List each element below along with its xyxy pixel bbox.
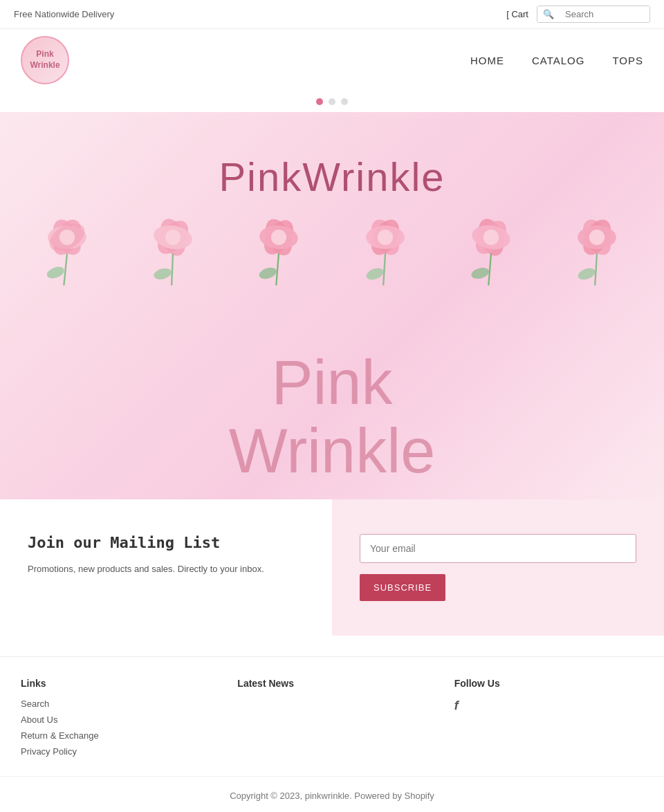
- logo-area: Pink Wrinkle: [21, 36, 69, 84]
- flower-5: [450, 202, 533, 292]
- svg-point-35: [470, 266, 490, 281]
- flower-1: [26, 202, 109, 292]
- mailing-section: Join our Mailing List Promotions, new pr…: [0, 499, 664, 636]
- footer-link-about[interactable]: About Us: [21, 714, 210, 725]
- header: Pink Wrinkle HOME CATALOG TOPS: [0, 29, 664, 91]
- logo: Pink Wrinkle: [21, 36, 69, 84]
- hero-overlay-line2: Wrinkle: [229, 417, 435, 486]
- latest-news-heading: Latest News: [237, 678, 426, 689]
- delivery-text: Free Nationwide Delivery: [14, 9, 114, 19]
- logo-line2: Wrinkle: [30, 60, 59, 71]
- svg-line-13: [172, 253, 173, 285]
- footer-link-privacy[interactable]: Privacy Policy: [21, 746, 210, 757]
- hero-overlay-text: Pink Wrinkle: [229, 349, 435, 486]
- search-icon-button[interactable]: 🔍: [537, 6, 560, 22]
- mailing-description: Promotions, new products and sales. Dire…: [28, 562, 304, 577]
- cart-link[interactable]: [ Cart: [506, 9, 528, 19]
- svg-line-34: [488, 253, 491, 285]
- svg-line-20: [277, 253, 279, 285]
- facebook-link[interactable]: f: [454, 699, 643, 713]
- footer-bottom: Copyright © 2023, pinkwrinkle. Powered b…: [0, 776, 664, 812]
- svg-line-41: [596, 253, 598, 285]
- footer-col-links: Links Search About Us Return & Exchange …: [21, 678, 210, 762]
- dot-3[interactable]: [341, 98, 348, 105]
- copyright-text: Copyright © 2023, pinkwrinkle. Powered b…: [230, 791, 434, 801]
- links-heading: Links: [21, 678, 210, 689]
- svg-point-14: [153, 266, 173, 281]
- svg-point-40: [589, 230, 605, 245]
- svg-point-12: [165, 230, 181, 245]
- svg-point-33: [483, 230, 499, 245]
- svg-point-26: [377, 230, 392, 245]
- search-input[interactable]: [560, 6, 649, 22]
- facebook-icon: f: [454, 699, 459, 712]
- dot-2[interactable]: [329, 98, 335, 105]
- mailing-heading: Join our Mailing List: [28, 534, 304, 551]
- svg-line-6: [64, 253, 67, 285]
- svg-point-19: [271, 230, 286, 245]
- search-wrapper: 🔍: [537, 6, 650, 23]
- nav-item-catalog[interactable]: CATALOG: [532, 55, 584, 66]
- follow-us-heading: Follow Us: [454, 678, 643, 689]
- footer-columns: Links Search About Us Return & Exchange …: [0, 657, 664, 776]
- hero-overlay-line1: Pink: [229, 349, 435, 417]
- hero-title: PinkWrinkle: [219, 154, 445, 200]
- dot-1[interactable]: [316, 98, 323, 105]
- logo-line1: Pink: [36, 49, 53, 60]
- footer-link-return[interactable]: Return & Exchange: [21, 730, 210, 741]
- footer-col-news: Latest News: [237, 678, 426, 762]
- footer-link-search[interactable]: Search: [21, 699, 210, 709]
- hero-banner: PinkWrinkle: [0, 112, 664, 499]
- flower-3: [237, 202, 320, 292]
- svg-point-28: [365, 266, 385, 282]
- top-bar: Free Nationwide Delivery [ Cart 🔍: [0, 0, 664, 29]
- flowers-row: [0, 202, 664, 292]
- main-nav: HOME CATALOG TOPS: [470, 55, 643, 66]
- svg-point-5: [59, 230, 75, 245]
- flower-4: [344, 202, 427, 292]
- svg-point-21: [258, 266, 278, 281]
- flower-2: [131, 202, 214, 292]
- subscribe-button[interactable]: SUBSCRIBE: [360, 574, 445, 601]
- search-icon: 🔍: [543, 9, 554, 19]
- mailing-right: SUBSCRIBE: [332, 499, 664, 636]
- nav-item-tops[interactable]: TOPS: [612, 55, 643, 66]
- email-input[interactable]: [360, 534, 636, 563]
- svg-line-27: [383, 253, 385, 285]
- top-bar-right: [ Cart 🔍: [506, 6, 650, 23]
- flower-6: [555, 202, 638, 292]
- svg-point-7: [45, 265, 66, 281]
- mailing-left: Join our Mailing List Promotions, new pr…: [0, 499, 332, 636]
- footer-col-follow: Follow Us f: [454, 678, 643, 762]
- carousel-dots: [0, 91, 664, 112]
- nav-item-home[interactable]: HOME: [470, 55, 504, 66]
- svg-point-42: [577, 266, 598, 282]
